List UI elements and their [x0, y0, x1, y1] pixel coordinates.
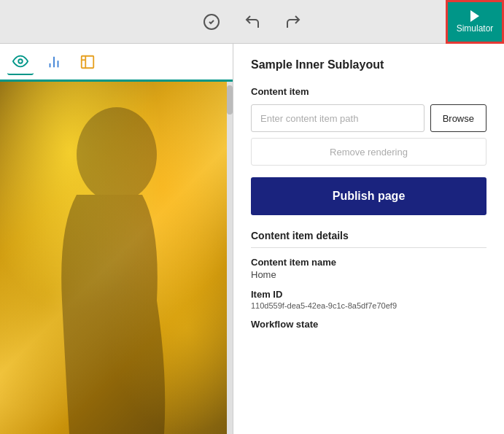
- detail-value-name: Home: [251, 269, 486, 280]
- top-toolbar: Simulator: [0, 0, 504, 44]
- detail-row-id: Item ID 110d559f-dea5-42ea-9c1c-8a5df7e7…: [251, 289, 486, 310]
- check-button[interactable]: [198, 9, 225, 35]
- detail-row-name: Content item name Home: [251, 257, 486, 280]
- browse-button[interactable]: Browse: [430, 104, 486, 132]
- preview-image-area: [0, 82, 233, 434]
- play-icon: [470, 10, 479, 22]
- redo-button[interactable]: [280, 9, 306, 35]
- left-panel: [0, 44, 233, 434]
- tab-preview[interactable]: [7, 49, 34, 75]
- publish-page-button[interactable]: Publish page: [251, 177, 486, 215]
- preview-photo: [0, 82, 233, 434]
- undo-button[interactable]: [239, 9, 265, 35]
- simulator-label: Simulator: [457, 23, 494, 34]
- panel-title: Sample Inner Sublayout: [251, 58, 486, 71]
- detail-row-workflow: Workflow state: [251, 319, 486, 330]
- detail-key-id: Item ID: [251, 289, 486, 300]
- toolbar-center: [198, 9, 306, 35]
- main-area: Sample Inner Sublayout Content item Brow…: [0, 44, 504, 434]
- svg-point-1: [18, 59, 23, 63]
- scrollbar[interactable]: [227, 82, 233, 434]
- scroll-thumb: [227, 85, 233, 115]
- remove-rendering-button[interactable]: Remove rendering: [251, 138, 486, 166]
- detail-value-id: 110d559f-dea5-42ea-9c1c-8a5df7e70ef9: [251, 301, 486, 310]
- simulator-button[interactable]: Simulator: [446, 0, 504, 44]
- svg-rect-5: [82, 55, 94, 68]
- details-section-title: Content item details: [251, 230, 486, 241]
- detail-key-workflow: Workflow state: [251, 319, 486, 330]
- icon-tabs: [0, 44, 233, 82]
- svg-point-8: [77, 107, 157, 202]
- content-item-label: Content item: [251, 86, 486, 97]
- section-divider: [251, 247, 486, 248]
- content-item-input[interactable]: [251, 104, 424, 132]
- tab-layout[interactable]: [74, 49, 101, 75]
- content-item-input-row: Browse: [251, 104, 486, 132]
- right-panel: Sample Inner Sublayout Content item Brow…: [233, 44, 504, 434]
- detail-key-name: Content item name: [251, 257, 486, 268]
- tab-analytics[interactable]: [41, 49, 67, 75]
